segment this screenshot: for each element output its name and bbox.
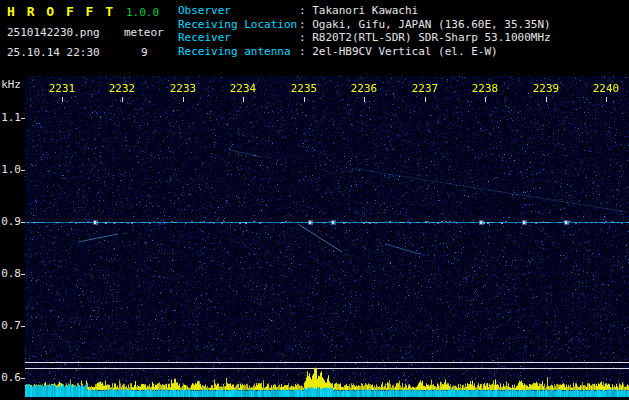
freq-tick-label: 0.8 (0, 267, 21, 280)
time-tick-mark (425, 97, 426, 102)
time-tick-mark (62, 97, 63, 102)
info-label: Observer (178, 4, 299, 17)
time-tick-mark (485, 97, 486, 102)
freq-tick-label: 0.7 (0, 319, 21, 332)
info-label: Receiver (178, 31, 299, 44)
time-tick-mark (364, 97, 365, 102)
time-tick-mark (546, 97, 547, 102)
time-tick-label: 2235 (284, 82, 324, 95)
time-tick-label: 2233 (163, 82, 203, 95)
hrofft-window: H R O F F T 1.0.0 2510142230.png meteor … (0, 0, 629, 400)
info-value: : Takanori Kawachi (299, 4, 418, 17)
info-label: Receiving antenna (178, 45, 299, 58)
observation-datetime: 25.10.14 22:30 (7, 46, 100, 59)
time-tick-mark (183, 97, 184, 102)
output-filename: 2510142230.png (7, 26, 100, 39)
info-label: Receiving Location (178, 18, 299, 31)
mode-label: meteor (124, 26, 164, 39)
meteor-count: 9 (141, 46, 148, 59)
freq-tick-label: 0.6 (0, 371, 21, 384)
info-value: : R820T2(RTL-SDR) SDR-Sharp 53.1000MHz (299, 31, 551, 44)
time-tick-label: 2231 (42, 82, 82, 95)
spectrogram-canvas (25, 76, 629, 398)
time-tick-mark (243, 97, 244, 102)
freq-axis-unit: kHz (0, 78, 21, 91)
freq-tick-label: 0.9 (0, 215, 21, 228)
time-tick-label: 2234 (223, 82, 263, 95)
freq-tick-mark (21, 274, 25, 275)
freq-tick-mark (21, 378, 25, 379)
freq-tick-label: 1.1 (0, 111, 21, 124)
freq-tick-mark (21, 170, 25, 171)
freq-tick-mark (21, 118, 25, 119)
time-tick-label: 2232 (102, 82, 142, 95)
time-tick-label: 2238 (465, 82, 505, 95)
freq-tick-mark (21, 222, 25, 223)
app-version: 1.0.0 (126, 6, 159, 19)
info-value: : Ogaki, Gifu, JAPAN (136.60E, 35.35N) (299, 18, 551, 31)
time-tick-label: 2237 (405, 82, 445, 95)
freq-tick-label: 1.0 (0, 163, 21, 176)
info-value: : 2el-HB9CV Vertical (el. E-W) (299, 45, 498, 58)
info-row-antenna: Receiving antenna: 2el-HB9CV Vertical (e… (178, 45, 551, 59)
info-row-receiver: Receiver: R820T2(RTL-SDR) SDR-Sharp 53.1… (178, 31, 551, 45)
time-tick-label: 2240 (586, 82, 626, 95)
info-row-observer: Observer: Takanori Kawachi (178, 4, 551, 18)
info-row-location: Receiving Location: Ogaki, Gifu, JAPAN (… (178, 18, 551, 32)
app-title: H R O F F T (7, 5, 115, 18)
time-tick-label: 2239 (526, 82, 566, 95)
time-tick-mark (122, 97, 123, 102)
time-tick-mark (606, 97, 607, 102)
time-tick-label: 2236 (344, 82, 384, 95)
freq-tick-mark (21, 326, 25, 327)
station-info: Observer: Takanori Kawachi Receiving Loc… (178, 4, 551, 58)
time-tick-mark (304, 97, 305, 102)
